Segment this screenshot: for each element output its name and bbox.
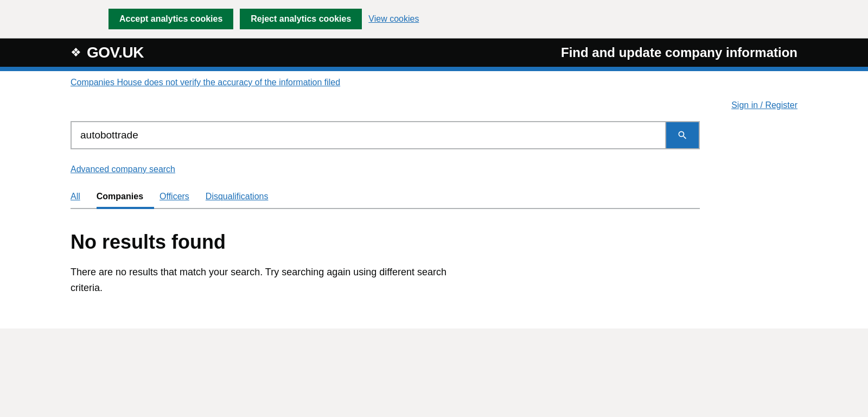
view-cookies-link[interactable]: View cookies (368, 14, 419, 24)
search-icon (677, 129, 688, 142)
logo-text: GOV.UK (87, 44, 144, 61)
tab-disqualifications[interactable]: Disqualifications (206, 186, 279, 209)
no-results-body: There are no results that match your sea… (71, 264, 477, 296)
tab-all[interactable]: All (71, 186, 91, 209)
blue-bar (0, 67, 868, 71)
tab-officers[interactable]: Officers (159, 186, 200, 209)
advanced-search-link[interactable]: Advanced company search (71, 165, 175, 174)
search-input[interactable] (72, 122, 666, 148)
accept-cookies-button[interactable]: Accept analytics cookies (108, 9, 233, 29)
search-button[interactable] (666, 122, 699, 148)
gov-uk-logo[interactable]: ❖ GOV.UK (71, 44, 144, 61)
sign-in-area: Sign in / Register (71, 94, 797, 121)
crown-icon: ❖ (71, 46, 81, 60)
reject-cookies-button[interactable]: Reject analytics cookies (240, 9, 362, 29)
cookie-banner: Accept analytics cookies Reject analytic… (0, 0, 868, 39)
tab-companies[interactable]: Companies (97, 186, 154, 209)
main-content: Companies House does not verify the accu… (54, 71, 814, 328)
site-title: Find and update company information (561, 45, 797, 60)
ch-notice: Companies House does not verify the accu… (71, 71, 797, 94)
ch-notice-link[interactable]: Companies House does not verify the accu… (71, 78, 340, 87)
advanced-search-area: Advanced company search (71, 160, 797, 185)
sign-in-link[interactable]: Sign in / Register (731, 100, 797, 110)
no-results-heading: No results found (71, 231, 797, 254)
search-container (71, 121, 700, 149)
tabs-container: All Companies Officers Disqualifications (71, 185, 700, 209)
site-header: ❖ GOV.UK Find and update company informa… (0, 39, 868, 67)
